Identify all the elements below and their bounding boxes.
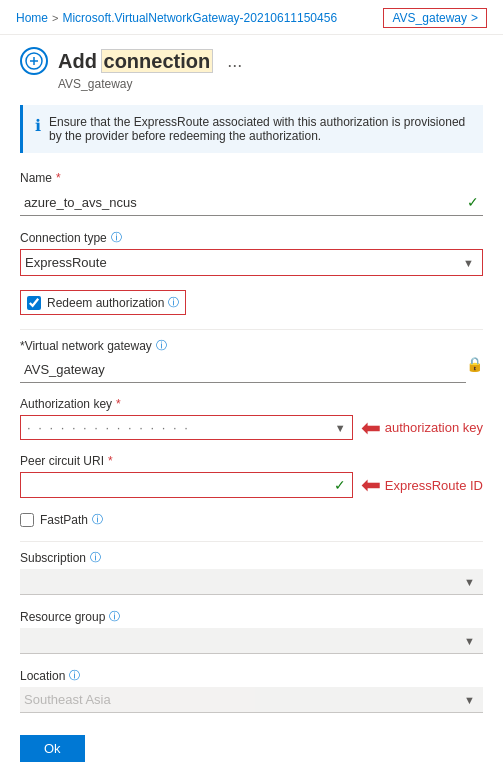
fastpath-info-icon[interactable]: ⓘ	[92, 512, 103, 527]
subscription-select-wrapper: ▼	[20, 569, 483, 595]
divider-2	[20, 541, 483, 542]
auth-key-row: ▼ ⬅ authorization key	[20, 415, 483, 440]
fastpath-row: FastPath ⓘ	[20, 512, 483, 527]
more-options-icon[interactable]: ...	[227, 51, 242, 72]
peer-circuit-required: *	[108, 454, 113, 468]
virtual-gw-group: *Virtual network gateway ⓘ AVS_gateway 🔒	[20, 338, 483, 383]
name-input[interactable]	[24, 195, 467, 210]
fastpath-label: FastPath ⓘ	[40, 512, 103, 527]
subscription-label: Subscription ⓘ	[20, 550, 483, 565]
resource-group-group: Resource group ⓘ ▼	[20, 609, 483, 654]
subscription-info-icon[interactable]: ⓘ	[90, 550, 101, 565]
peer-circuit-annotation: ⬅ ExpressRoute ID	[361, 473, 483, 497]
avs-gateway-badge[interactable]: AVS_gateway >	[383, 8, 487, 28]
name-label: Name *	[20, 171, 483, 185]
page-title-connection: connection	[101, 49, 214, 73]
add-connection-icon	[20, 47, 48, 75]
name-group: Name * ✓	[20, 171, 483, 216]
virtual-gw-content: *Virtual network gateway ⓘ AVS_gateway	[20, 338, 466, 383]
subscription-group: Subscription ⓘ ▼	[20, 550, 483, 595]
auth-key-group: Authorization key * ▼ ⬅ authorization ke…	[20, 397, 483, 440]
location-label: Location ⓘ	[20, 668, 483, 683]
info-text: Ensure that the ExpressRoute associated …	[49, 115, 471, 143]
location-group: Location ⓘ Southeast Asia ▼	[20, 668, 483, 713]
main-content: Add connection ... AVS_gateway ℹ Ensure …	[0, 35, 503, 774]
page-header: Add connection ...	[20, 47, 483, 75]
auth-key-label: Authorization key *	[20, 397, 483, 411]
fastpath-checkbox[interactable]	[20, 513, 34, 527]
name-check-icon: ✓	[467, 194, 479, 210]
breadcrumb-sep1: >	[52, 12, 58, 24]
auth-key-input-wrapper: ▼	[20, 415, 353, 440]
resource-group-info-icon[interactable]: ⓘ	[109, 609, 120, 624]
page-title-add: Add	[58, 50, 97, 72]
peer-circuit-input[interactable]	[27, 478, 334, 493]
info-icon: ℹ	[35, 116, 41, 143]
auth-key-annotation: ⬅ authorization key	[361, 416, 483, 440]
location-select-wrapper: Southeast Asia ▼	[20, 687, 483, 713]
peer-circuit-row: ✓ ⬅ ExpressRoute ID	[20, 472, 483, 498]
peer-circuit-input-wrapper: ✓	[20, 472, 353, 498]
connection-type-select-wrapper: ExpressRoute VNet-to-VNet Site-to-site (…	[20, 249, 483, 276]
virtual-gw-info-icon[interactable]: ⓘ	[156, 338, 167, 353]
location-select[interactable]: Southeast Asia	[20, 687, 483, 712]
auth-key-chevron-icon[interactable]: ▼	[335, 422, 346, 434]
peer-circuit-label: Peer circuit URI *	[20, 454, 483, 468]
name-input-wrapper: ✓	[20, 189, 483, 216]
redeem-auth-label: Redeem authorization ⓘ	[47, 295, 179, 310]
info-box: ℹ Ensure that the ExpressRoute associate…	[20, 105, 483, 153]
breadcrumb-bar: Home > Microsoft.VirtualNetworkGateway-2…	[0, 0, 503, 35]
divider-1	[20, 329, 483, 330]
auth-key-annotation-text: authorization key	[385, 420, 483, 435]
breadcrumb-gateway-link[interactable]: Microsoft.VirtualNetworkGateway-20210611…	[62, 11, 337, 25]
subscription-select[interactable]	[20, 569, 483, 594]
ok-button[interactable]: Ok	[20, 735, 85, 762]
auth-key-required: *	[116, 397, 121, 411]
peer-circuit-annotation-text: ExpressRoute ID	[385, 478, 483, 493]
peer-circuit-group: Peer circuit URI * ✓ ⬅ ExpressRoute ID	[20, 454, 483, 498]
resource-group-select[interactable]	[20, 628, 483, 653]
location-info-icon[interactable]: ⓘ	[69, 668, 80, 683]
virtual-gw-value: AVS_gateway	[20, 357, 466, 383]
connection-type-label: Connection type ⓘ	[20, 230, 483, 245]
connection-type-info-icon[interactable]: ⓘ	[111, 230, 122, 245]
page-title-container: Add connection	[58, 50, 213, 73]
page-subtitle: AVS_gateway	[58, 77, 483, 91]
virtual-gw-label: *Virtual network gateway ⓘ	[20, 338, 466, 353]
connection-type-group: Connection type ⓘ ExpressRoute VNet-to-V…	[20, 230, 483, 276]
resource-group-select-wrapper: ▼	[20, 628, 483, 654]
connection-type-select[interactable]: ExpressRoute VNet-to-VNet Site-to-site (…	[21, 250, 482, 275]
name-required: *	[56, 171, 61, 185]
auth-key-input[interactable]	[27, 420, 335, 435]
lock-icon: 🔒	[466, 356, 483, 372]
resource-group-label: Resource group ⓘ	[20, 609, 483, 624]
peer-circuit-check-icon: ✓	[334, 477, 346, 493]
redeem-auth-checkbox-row[interactable]: Redeem authorization ⓘ	[20, 290, 186, 315]
redeem-auth-checkbox[interactable]	[27, 296, 41, 310]
redeem-auth-info-icon[interactable]: ⓘ	[168, 295, 179, 310]
auth-key-arrow-icon: ⬅	[361, 416, 381, 440]
breadcrumb-home[interactable]: Home	[16, 11, 48, 25]
peer-circuit-arrow-icon: ⬅	[361, 473, 381, 497]
